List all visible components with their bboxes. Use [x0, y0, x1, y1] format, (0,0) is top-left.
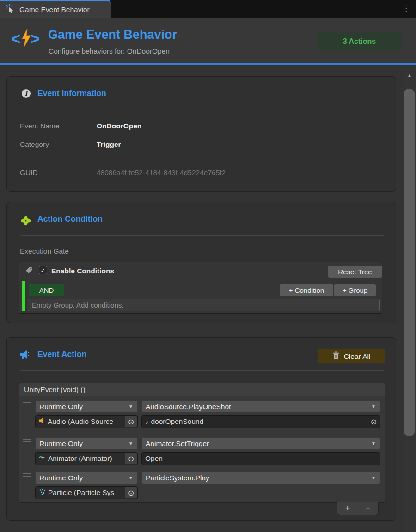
field-label: Event Name [20, 122, 59, 130]
dropdown-value: AudioSource.PlayOneShot [146, 403, 231, 411]
target-object-field[interactable]: Particle (Particle Sys ⊙ [35, 486, 138, 499]
method-dropdown[interactable]: Animator.SetTrigger ▼ [141, 437, 380, 450]
action-condition-section: Action Condition Execution Gate ✓ Enable… [6, 202, 396, 323]
and-operator-button[interactable]: AND [29, 284, 64, 296]
tag-icon [25, 266, 33, 276]
method-dropdown[interactable]: ParticleSystem.Play ▼ [141, 472, 380, 484]
event-state-dropdown[interactable]: Runtime Only ▼ [35, 437, 138, 450]
enable-conditions-label: Enable Conditions [51, 267, 114, 275]
info-icon: i [22, 89, 31, 98]
puzzle-icon [21, 216, 31, 228]
remove-action-button[interactable]: − [365, 504, 370, 513]
event-action-row: Runtime Only ▼ Animator.SetTrigger ▼ [19, 434, 385, 468]
list-add-remove-footer: + − [337, 502, 379, 515]
event-state-dropdown[interactable]: Runtime Only ▼ [35, 400, 138, 413]
argument-object-field[interactable]: ♪ doorOpenSound ⊙ [141, 415, 380, 428]
divider [20, 158, 384, 158]
target-object-field[interactable]: Audio (Audio Source ⊙ [35, 415, 138, 428]
object-picker-icon: ⊙ [128, 489, 134, 497]
section-heading: Event Information [37, 89, 106, 98]
page-subtitle: Configure behaviors for: OnDoorOpen [49, 47, 170, 55]
trash-icon [332, 351, 340, 361]
section-heading: Event Action [37, 350, 86, 359]
chevron-down-icon: ▼ [371, 472, 376, 484]
argument-value: doorOpenSound [151, 417, 204, 426]
megaphone-icon [19, 349, 32, 363]
field-label: Category [20, 140, 49, 149]
drag-handle-icon[interactable] [23, 402, 31, 407]
chevron-down-icon: ▼ [128, 401, 133, 412]
scrollbar-thumb[interactable] [404, 89, 415, 436]
particle-system-icon [39, 489, 46, 497]
object-picker-button[interactable]: ⊙ [368, 416, 379, 427]
event-action-row: Runtime Only ▼ AudioSource.PlayOneShot ▼… [19, 397, 385, 431]
field-label: GUID [20, 169, 38, 177]
add-group-button[interactable]: + Group [334, 284, 376, 296]
divider [20, 108, 384, 108]
add-condition-button[interactable]: + Condition [280, 284, 333, 296]
kebab-menu-icon[interactable]: ⋮ [402, 4, 410, 14]
enable-conditions-checkbox[interactable]: ✓ [39, 266, 47, 274]
object-field-value: Animator (Animator) [48, 454, 112, 463]
object-picker-button[interactable]: ⊙ [125, 487, 137, 498]
game-event-behavior-window: Game Event Behavior ⋮ < > Game Event Beh… [0, 0, 416, 532]
page-title: Game Event Behavior [48, 28, 177, 42]
empty-group-message: Empty Group. Add conditions. [28, 299, 380, 311]
drag-handle-icon[interactable] [23, 439, 31, 444]
window-top-bar: Game Event Behavior ⋮ [0, 0, 416, 18]
event-state-dropdown[interactable]: Runtime Only ▼ [35, 472, 138, 484]
target-object-field[interactable]: Animator (Animator) ⊙ [35, 452, 138, 465]
event-information-section: i Event Information Event Name OnDoorOpe… [6, 76, 396, 192]
inspector-header: < > Game Event Behavior Configure behavi… [0, 18, 416, 65]
chevron-down-icon: ▼ [128, 472, 133, 484]
object-picker-icon: ⊙ [371, 417, 377, 426]
object-field-value: Audio (Audio Source [48, 417, 113, 426]
argument-text-field[interactable]: Open [141, 452, 380, 465]
chevron-down-icon: ▼ [371, 401, 376, 412]
chevron-down-icon: ▼ [371, 438, 376, 449]
clear-all-button[interactable]: Clear All [318, 349, 385, 363]
scrollbar-up-arrow-icon[interactable]: ▲ [404, 73, 415, 78]
tab-title: Game Event Behavior [19, 6, 90, 14]
clear-all-label: Clear All [344, 352, 371, 361]
dropdown-value: Animator.SetTrigger [146, 440, 209, 447]
event-cursor-icon [5, 4, 15, 16]
divider [20, 235, 384, 236]
vertical-scrollbar[interactable]: ▲ [402, 67, 416, 532]
dropdown-value: Runtime Only [39, 474, 83, 482]
dropdown-value: Runtime Only [39, 440, 83, 447]
unity-event-list: UnityEvent (void) () Runtime Only ▼ Audi… [19, 383, 385, 503]
condition-tree-box: ✓ Enable Conditions Reset Tree AND + Con… [19, 262, 382, 314]
event-action-row: Runtime Only ▼ ParticleSystem.Play ▼ [19, 468, 385, 502]
object-picker-button[interactable]: ⊙ [125, 453, 137, 464]
add-action-button[interactable]: + [345, 504, 350, 513]
dropdown-value: ParticleSystem.Play [146, 474, 209, 482]
method-dropdown[interactable]: AudioSource.PlayOneShot ▼ [141, 400, 380, 413]
lightning-code-icon: < > [11, 27, 40, 53]
drag-handle-icon[interactable] [23, 473, 31, 478]
audio-source-icon [39, 417, 45, 426]
actions-count-badge: 3 Actions [318, 32, 401, 51]
object-picker-icon: ⊙ [128, 454, 134, 463]
event-name-value: OnDoorOpen [97, 122, 141, 130]
section-heading: Action Condition [37, 214, 103, 224]
divider [20, 370, 384, 371]
group-indicator-bar [22, 281, 25, 311]
object-picker-button[interactable]: ⊙ [125, 416, 137, 427]
reset-tree-button[interactable]: Reset Tree [328, 266, 382, 278]
unity-event-list-title: UnityEvent (void) () [19, 383, 385, 396]
tab-game-event-behavior[interactable]: Game Event Behavior [0, 0, 111, 18]
object-field-value: Particle (Particle Sys [48, 489, 114, 497]
execution-gate-label: Execution Gate [20, 247, 69, 255]
audio-clip-icon: ♪ [145, 418, 149, 426]
guid-value: 48086a4f-fe52-4184-843f-4d5224e765f2 [97, 169, 226, 177]
chevron-down-icon: ▼ [128, 438, 133, 449]
object-picker-icon: ⊙ [128, 417, 134, 426]
category-value: Trigger [97, 140, 121, 149]
argument-value: Open [145, 454, 163, 463]
event-action-section: Event Action Clear All UnityEvent (void)… [6, 337, 396, 521]
dropdown-value: Runtime Only [39, 403, 83, 411]
animator-icon [39, 454, 46, 463]
